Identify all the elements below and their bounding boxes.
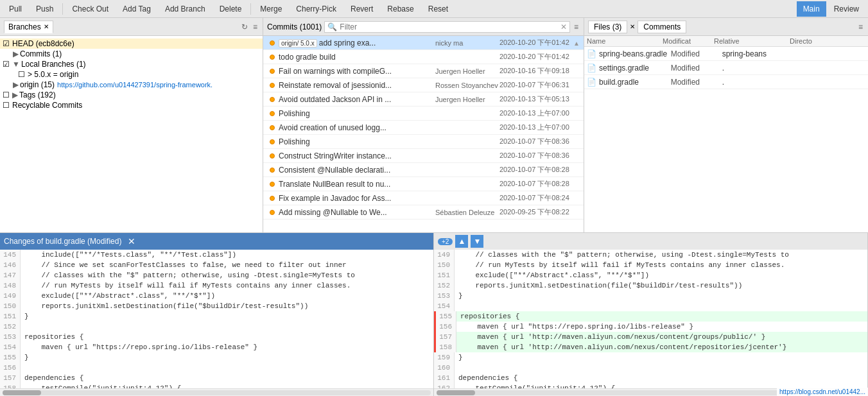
reset-button[interactable]: Reset [422, 1, 455, 17]
commit-row[interactable]: Polishing2020-10-13 上午07:00 [263, 107, 584, 121]
commit-date: 2020-10-13 上午07:00 [499, 108, 573, 118]
commits-menu-icon[interactable]: ≡ [573, 21, 580, 33]
left-scrollbar-track[interactable] [3, 390, 431, 395]
recyclable-label: Recyclable Commits [12, 101, 82, 110]
recyclable-checkbox[interactable]: ☐ [3, 101, 10, 110]
commit-row[interactable]: Fix example in Javadoc for Ass...2020-10… [263, 191, 584, 205]
nav-down-button[interactable]: ▼ [471, 235, 483, 248]
commits-label: Commits (1) [20, 49, 62, 58]
branches-tab-close[interactable]: ✕ [44, 23, 49, 30]
line-number: 158 [436, 342, 456, 352]
col-status-header: Modificat [663, 37, 714, 45]
right-code-content[interactable]: 149 // classes with the "$" pattern; oth… [434, 250, 867, 388]
local-branches-arrow: ▼ [12, 60, 20, 69]
code-line: 158 maven { url 'http://maven.aliyun.com… [434, 342, 867, 352]
tags-checkbox[interactable]: ☐ [3, 90, 10, 99]
comments-tab[interactable]: Comments [638, 21, 686, 33]
right-scrollbar-thumb[interactable] [437, 390, 475, 395]
files-list: 📄spring-beans.gradleModifiedspring-beans… [584, 47, 868, 89]
commit-date: 2020-10-16 下午09:18 [499, 66, 573, 76]
head-checkbox[interactable]: ☑ [3, 39, 10, 48]
code-line: 151 exclude(["**/Abstract*.class", "**/*… [434, 270, 867, 280]
commit-row[interactable]: Consistent @Nullable declarati...2020-10… [263, 163, 584, 177]
delete-button[interactable]: Delete [213, 1, 248, 17]
branch-5x-item[interactable]: ☐ > 5.0.x = origin [0, 69, 263, 80]
tags-label: Tags (192) [19, 90, 56, 99]
files-tab[interactable]: Files (3) [588, 21, 627, 33]
code-line: 149 // classes with the "$" pattern; oth… [434, 250, 867, 260]
commit-row[interactable]: Add missing @Nullable to We...Sébastien … [263, 205, 584, 220]
local-branches-item[interactable]: ☑ ▼ Local Branches (1) [0, 59, 263, 69]
main-view-button[interactable]: Main [797, 1, 826, 17]
col-dir-header: Directo [790, 37, 865, 45]
recyclable-item[interactable]: ☐ Recyclable Commits [0, 100, 263, 110]
files-panel: Files (3) ✕ Comments ≡ Name Modificat Re… [584, 18, 868, 232]
file-relative: spring-beans [722, 49, 794, 58]
file-row[interactable]: 📄spring-beans.gradleModifiedspring-beans [584, 47, 868, 61]
commit-graph-dot [266, 40, 279, 46]
head-item[interactable]: ☑ HEAD (ecb8dc6e) [0, 39, 263, 49]
pull-button[interactable]: Pull [3, 1, 28, 17]
filter-input[interactable] [340, 22, 558, 31]
code-line: 145 include(["**/*Tests.class", "**/*Tes… [0, 250, 433, 260]
menu-icon[interactable]: ≡ [252, 21, 259, 33]
line-content: reports.junitXml.setDestination(file("$b… [455, 280, 742, 291]
bottom-row: Changes of build.gradle (Modified) ✕ 145… [0, 233, 868, 396]
commit-message: origin/ 5.0.xadd spring exa... [279, 39, 435, 47]
code-line: 160 [434, 363, 867, 373]
commits-arrow: ▶ [13, 49, 19, 58]
files-menu-icon[interactable]: ≡ [857, 21, 864, 33]
tags-item[interactable]: ☐ ▶ Tags (192) [0, 90, 263, 100]
local-branches-checkbox[interactable]: ☑ [3, 60, 10, 69]
line-content: maven { url 'http://maven.aliyun.com/nex… [456, 332, 765, 342]
origin-item[interactable]: ▶ origin (15) https://github.com/u014427… [0, 80, 263, 90]
commit-row[interactable]: Fail on warnings with compileG...Juergen… [263, 64, 584, 78]
code-line: 150 reports.junitXml.setDestination(file… [0, 301, 433, 311]
left-code-content[interactable]: 145 include(["**/*Tests.class", "**/*Tes… [0, 250, 433, 388]
commit-row[interactable]: Avoid outdated Jackson API in ...Juergen… [263, 92, 584, 107]
commits-item[interactable]: ▶ Commits (1) [0, 49, 263, 59]
branch-5x-checkbox[interactable]: ☐ [18, 70, 25, 79]
left-panel-title: Changes of build.gradle (Modified) [4, 237, 121, 246]
line-content: maven { url "https://repo.spring.io/libs… [21, 342, 257, 352]
merge-button[interactable]: Merge [254, 1, 288, 17]
line-number: 149 [434, 250, 455, 260]
commit-row[interactable]: todo gradle build2020-10-20 下午01:42 [263, 50, 584, 64]
files-tab-close[interactable]: ✕ [630, 23, 635, 30]
commit-date: 2020-10-13 上午07:00 [499, 123, 573, 132]
commit-row[interactable]: origin/ 5.0.xadd spring exa...nicky ma20… [263, 36, 584, 50]
line-content [455, 363, 458, 373]
line-number: 162 [434, 383, 455, 388]
left-scrollbar-thumb[interactable] [3, 390, 41, 395]
commit-row[interactable]: Polishing2020-10-07 下午08:36 [263, 135, 584, 149]
cherrypick-button[interactable]: Cherry-Pick [290, 1, 343, 17]
commit-row[interactable]: Reinstate removal of jsessionid...Rossen… [263, 78, 584, 92]
revert-button[interactable]: Revert [344, 1, 379, 17]
filter-clear-icon[interactable]: ✕ [560, 22, 567, 31]
push-button[interactable]: Push [30, 1, 60, 17]
left-code-scrollbar[interactable] [0, 388, 433, 396]
file-row[interactable]: 📄build.gradleModified. [584, 75, 868, 89]
commit-message: Consistent @Nullable declarati... [279, 166, 435, 175]
file-row[interactable]: 📄settings.gradleModified. [584, 61, 868, 75]
commit-author: nicky ma [435, 39, 499, 47]
origin-label: origin (15) [20, 80, 55, 89]
file-status: Modified [671, 49, 722, 58]
nav-up-button[interactable]: ▲ [455, 235, 468, 248]
addtag-button[interactable]: Add Tag [116, 1, 157, 17]
refresh-icon[interactable]: ↻ [240, 21, 249, 33]
branches-tab[interactable]: Branches ✕ [4, 21, 53, 33]
commit-row[interactable]: Construct StringWriter instance...2020-1… [263, 149, 584, 163]
line-content: dependencies { [455, 373, 517, 383]
addbranch-button[interactable]: Add Branch [159, 1, 212, 17]
line-number: 152 [434, 280, 455, 291]
rebase-button[interactable]: Rebase [381, 1, 420, 17]
top-row: Branches ✕ ↻ ≡ ☑ HEAD (ecb8dc6e) ▶ Com [0, 18, 868, 233]
checkout-button[interactable]: Check Out [65, 1, 115, 17]
commit-row[interactable]: Avoid creation of unused logg...2020-10-… [263, 121, 584, 135]
left-panel-close[interactable]: ✕ [128, 236, 135, 246]
line-content [455, 301, 458, 311]
commit-row[interactable]: Translate NullBean result to nu...2020-1… [263, 177, 584, 191]
file-relative: . [722, 64, 794, 73]
review-view-button[interactable]: Review [828, 1, 865, 17]
